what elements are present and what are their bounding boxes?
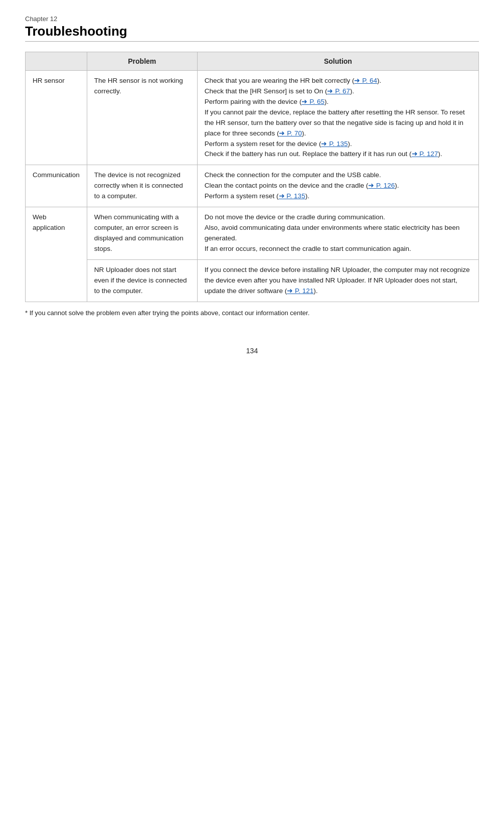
- page-link[interactable]: ➜ P. 65: [301, 98, 324, 105]
- page-link[interactable]: ➜ P. 64: [354, 77, 377, 84]
- solution-cell: Check the connection for the computer an…: [197, 165, 478, 207]
- table-row: CommunicationThe device is not recognize…: [26, 165, 479, 207]
- category-cell: HR sensor: [26, 71, 87, 165]
- table-row: NR Uploader does not start even if the d…: [26, 259, 479, 302]
- category-cell: Web application: [26, 207, 87, 302]
- title-divider: [25, 41, 479, 42]
- problem-cell: The device is not recognized correctly w…: [87, 165, 197, 207]
- table-row: HR sensorThe HR sensor is not working co…: [26, 71, 479, 165]
- chapter-label: Chapter 12: [25, 15, 479, 23]
- page-link[interactable]: ➜ P. 121: [287, 287, 313, 295]
- solution-cell: Do not move the device or the cradle dur…: [197, 207, 478, 260]
- page-number: 134: [25, 347, 479, 355]
- footnote: * If you cannot solve the problem even a…: [25, 309, 479, 317]
- problem-cell: The HR sensor is not working correctly.: [87, 71, 197, 165]
- table-row: Web applicationWhen communicating with a…: [26, 207, 479, 260]
- problem-cell: NR Uploader does not start even if the d…: [87, 259, 197, 302]
- solution-cell: Check that you are wearing the HR belt c…: [197, 71, 478, 165]
- page-link[interactable]: ➜ P. 67: [327, 87, 350, 95]
- problem-cell: When communicating with a computer, an e…: [87, 207, 197, 260]
- page-title: Troubleshooting: [25, 24, 479, 39]
- page-link[interactable]: ➜ P. 135: [279, 192, 305, 200]
- page-link[interactable]: ➜ P. 126: [368, 182, 395, 189]
- col-solution-header: Solution: [197, 52, 478, 71]
- category-cell: Communication: [26, 165, 87, 207]
- page-link[interactable]: ➜ P. 135: [321, 140, 348, 148]
- page-link[interactable]: ➜ P. 127: [412, 150, 438, 158]
- col-problem-header: Problem: [87, 52, 197, 71]
- solution-cell: If you connect the device before install…: [197, 259, 478, 302]
- page-link[interactable]: ➜ P. 70: [279, 129, 302, 137]
- col-category-header: [26, 52, 87, 71]
- troubleshooting-table: Problem Solution HR sensorThe HR sensor …: [25, 52, 479, 302]
